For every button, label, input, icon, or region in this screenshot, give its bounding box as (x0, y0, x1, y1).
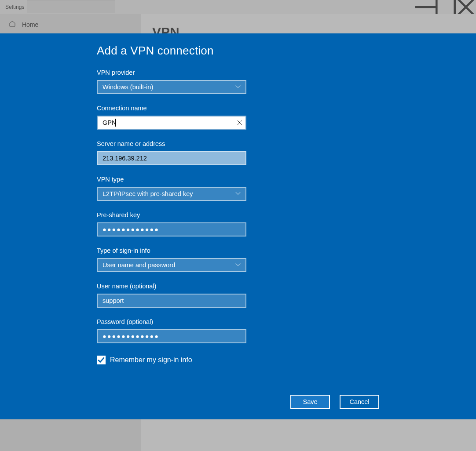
vpn-provider-label: VPN provider (97, 69, 476, 76)
clear-input-button[interactable] (233, 116, 246, 130)
password-value: ●●●●●●●●●●●● (103, 333, 159, 340)
password-input[interactable]: ●●●●●●●●●●●● (97, 329, 246, 343)
server-label: Server name or address (97, 140, 476, 147)
maximize-button[interactable] (436, 0, 456, 14)
sidebar-home-label: Home (22, 21, 38, 28)
password-label: Password (optional) (97, 318, 476, 325)
preshared-key-value: ●●●●●●●●●●●● (103, 226, 159, 233)
vpn-provider-value: Windows (built-in) (103, 84, 153, 91)
vpn-type-label: VPN type (97, 176, 476, 183)
minimize-button[interactable] (415, 0, 436, 14)
signin-type-label: Type of sign-in info (97, 247, 476, 254)
cancel-button-label: Cancel (349, 398, 369, 405)
signin-type-dropdown[interactable]: User name and password (97, 258, 246, 272)
vpn-type-value: L2TP/IPsec with pre-shared key (103, 190, 193, 197)
cancel-button[interactable]: Cancel (340, 395, 379, 409)
server-address-input[interactable] (97, 151, 246, 165)
window-title: Settings (5, 4, 24, 10)
chevron-down-icon (235, 262, 241, 269)
connection-name-label: Connection name (97, 105, 476, 112)
save-button[interactable]: Save (290, 395, 330, 409)
vpn-provider-dropdown[interactable]: Windows (built-in) (97, 80, 246, 94)
add-vpn-dialog: Add a VPN connection VPN provider Window… (0, 33, 476, 419)
username-label: User name (optional) (97, 283, 476, 290)
connection-name-input[interactable] (97, 116, 246, 130)
home-icon (9, 20, 16, 29)
remember-signin-checkbox-row[interactable]: Remember my sign-in info (97, 356, 192, 364)
close-button[interactable] (456, 0, 476, 14)
preshared-key-input[interactable]: ●●●●●●●●●●●● (97, 222, 246, 236)
sidebar-tab-strip (27, 0, 115, 13)
sidebar-home-item[interactable]: Home (0, 14, 141, 35)
signin-type-value: User name and password (103, 262, 175, 269)
vpn-type-dropdown[interactable]: L2TP/IPsec with pre-shared key (97, 187, 246, 201)
dialog-title: Add a VPN connection (97, 44, 476, 58)
dialog-button-row: Save Cancel (290, 395, 379, 409)
chevron-down-icon (235, 84, 241, 91)
username-input[interactable] (97, 294, 246, 308)
text-caret (115, 119, 116, 127)
preshared-key-label: Pre-shared key (97, 211, 476, 218)
remember-signin-label: Remember my sign-in info (110, 356, 192, 364)
remember-signin-checkbox[interactable] (97, 356, 106, 364)
save-button-label: Save (303, 398, 317, 405)
chevron-down-icon (235, 190, 241, 197)
window-controls (415, 0, 476, 14)
